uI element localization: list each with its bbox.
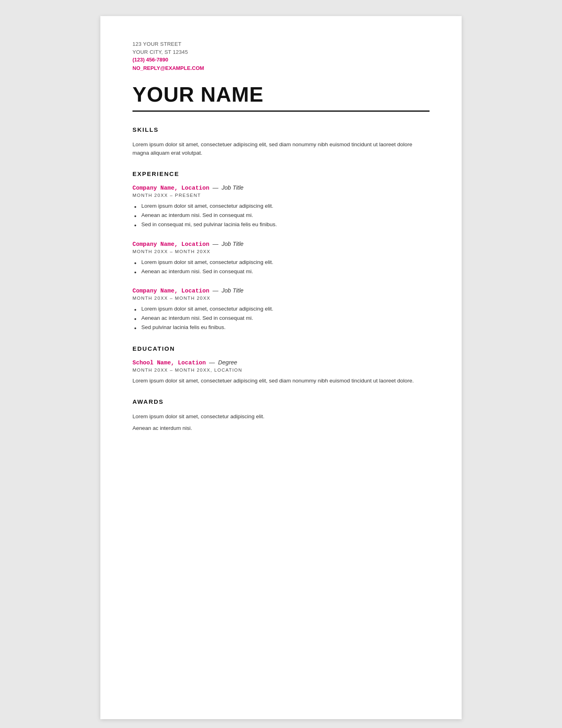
street-address: 123 YOUR STREET: [132, 40, 430, 48]
name-divider: [132, 110, 430, 112]
company-1: Company Name, Location: [132, 185, 209, 191]
full-name: YOUR NAME: [132, 82, 430, 106]
contact-info: 123 YOUR STREET YOUR CITY, ST 12345 (123…: [132, 40, 430, 73]
experience-entry-2: Company Name, Location — Job Title MONTH…: [132, 241, 430, 276]
awards-line-1: Lorem ipsum dolor sit amet, consectetur …: [132, 412, 430, 421]
dash-1: —: [212, 184, 218, 191]
dash-2: —: [212, 241, 218, 247]
bullet-1-2: Aenean ac interdum nisi. Sed in consequa…: [132, 211, 430, 220]
school-name: School Name, Location: [132, 360, 206, 366]
bullets-2: Lorem ipsum dolor sit amet, consectetur …: [132, 258, 430, 276]
awards-title: AWARDS: [132, 398, 430, 405]
experience-entry-3: Company Name, Location — Job Title MONTH…: [132, 287, 430, 332]
bullets-1: Lorem ipsum dolor sit amet, consectetur …: [132, 202, 430, 229]
awards-line-2: Aenean ac interdum nisi.: [132, 424, 430, 433]
job-title-2: Job Title: [222, 241, 244, 247]
resume-page: 123 YOUR STREET YOUR CITY, ST 12345 (123…: [100, 16, 462, 719]
education-entry-1: School Name, Location — Degree MONTH 20X…: [132, 359, 430, 385]
job-title-1: Job Title: [222, 184, 244, 191]
email[interactable]: NO_REPLY@EXAMPLE.COM: [132, 64, 430, 73]
experience-section: EXPERIENCE Company Name, Location — Job …: [132, 170, 430, 333]
edu-dash: —: [209, 359, 215, 366]
edu-dates: MONTH 20XX – MONTH 20XX, LOCATION: [132, 368, 430, 372]
skills-section: SKILLS Lorem ipsum dolor sit amet, conse…: [132, 126, 430, 157]
experience-heading-1: Company Name, Location — Job Title: [132, 184, 430, 191]
education-title: EDUCATION: [132, 345, 430, 352]
company-2: Company Name, Location: [132, 241, 209, 247]
skills-title: SKILLS: [132, 126, 430, 133]
experience-title: EXPERIENCE: [132, 170, 430, 177]
company-3: Company Name, Location: [132, 288, 209, 294]
bullet-2-2: Aenean ac interdum nisi. Sed in consequa…: [132, 267, 430, 276]
experience-entry-1: Company Name, Location — Job Title MONTH…: [132, 184, 430, 229]
education-section: EDUCATION School Name, Location — Degree…: [132, 345, 430, 385]
experience-heading-3: Company Name, Location — Job Title: [132, 287, 430, 294]
bullet-2-1: Lorem ipsum dolor sit amet, consectetur …: [132, 258, 430, 267]
awards-section: AWARDS Lorem ipsum dolor sit amet, conse…: [132, 398, 430, 433]
bullet-1-3: Sed in consequat mi, sed pulvinar lacini…: [132, 220, 430, 229]
job-title-3: Job Title: [222, 287, 244, 294]
degree: Degree: [218, 359, 237, 366]
city-state: YOUR CITY, ST 12345: [132, 48, 430, 56]
bullet-3-1: Lorem ipsum dolor sit amet, consectetur …: [132, 305, 430, 314]
experience-heading-2: Company Name, Location — Job Title: [132, 241, 430, 247]
education-heading-1: School Name, Location — Degree: [132, 359, 430, 366]
phone[interactable]: (123) 456-7890: [132, 56, 430, 64]
edu-description: Lorem ipsum dolor sit amet, consectetuer…: [132, 376, 430, 385]
bullet-3-3: Sed pulvinar lacinia felis eu finibus.: [132, 323, 430, 332]
dates-1: MONTH 20XX – PRESENT: [132, 193, 430, 198]
dates-2: MONTH 20XX – MONTH 20XX: [132, 249, 430, 254]
skills-body: Lorem ipsum dolor sit amet, consectetuer…: [132, 140, 430, 157]
bullet-3-2: Aenean ac interdum nisi. Sed in consequa…: [132, 314, 430, 323]
dates-3: MONTH 20XX – MONTH 20XX: [132, 296, 430, 301]
bullets-3: Lorem ipsum dolor sit amet, consectetur …: [132, 305, 430, 332]
bullet-1-1: Lorem ipsum dolor sit amet, consectetur …: [132, 202, 430, 211]
dash-3: —: [212, 287, 218, 294]
